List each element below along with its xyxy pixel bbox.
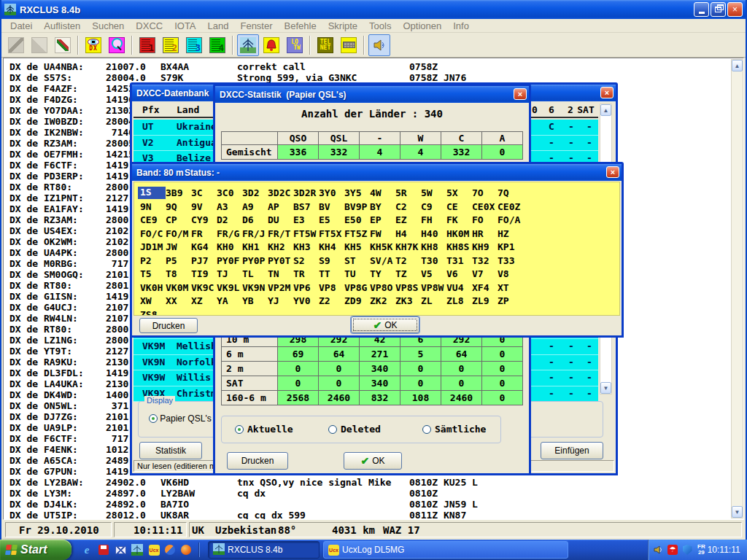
prefix-cell[interactable]: D6 [242,214,254,226]
prefix-cell[interactable]: EZ [395,214,407,226]
prefix-cell[interactable]: JW [166,241,177,253]
prefix-cell[interactable]: XF4 [472,282,489,294]
prefix-cell[interactable]: KH5 [344,241,361,253]
restore-button[interactable] [711,2,726,17]
prefix-cell[interactable]: V6 [446,268,458,280]
ie-quicklaunch-icon[interactable]: e [80,543,93,556]
security-shield-icon[interactable] [681,544,693,556]
prefix-cell[interactable]: PY0P [242,255,265,267]
prefix-cell[interactable]: 3D2R [293,187,316,199]
prefix-cell[interactable]: FW [370,228,382,240]
prefix-cell[interactable]: CE9 [140,214,157,226]
prefix-cell[interactable]: VP8W [421,282,444,294]
prefix-cell[interactable]: 9N [140,201,152,213]
prefix-cell[interactable]: H4 [395,228,407,240]
prefix-cell[interactable]: D2 [217,214,228,226]
prefix-cell[interactable]: ZL8 [446,295,463,307]
prefix-cell[interactable]: V7 [472,268,484,280]
prefix-cell[interactable]: KH1 [242,241,259,253]
prefix-cell[interactable]: T30 [421,255,438,267]
ucxlog-quicklaunch-icon[interactable]: Ucx [147,543,160,556]
prefix-cell[interactable]: BS7 [293,201,310,213]
prefix-cell[interactable]: AP [268,201,279,213]
einfuegen-button[interactable]: Einfügen [541,442,603,459]
dx-spot-row[interactable]: DX de UA4NBA:21007.0BX4AAcorrekt call075… [4,61,743,72]
keyboard-toolbar-button[interactable] [338,34,360,56]
prefix-cell[interactable]: 3B9 [166,187,182,199]
prefix-cell[interactable]: EP [370,214,382,226]
prefix-cell[interactable]: S2 [293,255,305,267]
prefix-cell[interactable]: 5X [446,187,458,199]
prefix-cell[interactable]: FK [446,214,458,226]
prefix-cell[interactable]: T31 [446,255,463,267]
prefix-cell[interactable]: 9Q [166,201,177,213]
main-scrollbar[interactable]: ▲ ▼ [731,59,743,518]
prefix-cell[interactable]: KG4 [191,241,208,253]
lotw-toolbar-button[interactable]: LOTW [284,34,306,56]
menu-item-fenster[interactable]: Fenster [234,20,278,31]
prefix-cell[interactable]: T8 [166,268,177,280]
prefix-cell[interactable]: A3 [217,201,228,213]
page3-toolbar-button[interactable]: 3 [183,34,205,56]
prefix-cell[interactable]: CE0Z [498,201,520,213]
firefox-quicklaunch-icon[interactable] [179,543,193,556]
prefix-cell[interactable]: T2 [395,255,407,267]
prefix-cell[interactable]: DU [268,214,279,226]
prefix-cell[interactable]: CE [446,201,458,213]
scroll-up-icon[interactable]: ▲ [600,104,611,116]
prefix-cell[interactable]: C9 [421,201,433,213]
prefix-cell[interactable]: VK0H [140,282,163,294]
scroll-up-icon[interactable]: ▲ [732,60,743,71]
menu-item-suchen[interactable]: Suchen [86,20,130,31]
band-ok-button[interactable]: ✔ OK [351,316,419,333]
prefix-cell[interactable]: Z2 [319,295,330,307]
alarm-bell-toolbar-button[interactable] [260,34,282,56]
prefix-cell[interactable]: VP2M [268,282,290,294]
prefix-cell[interactable]: KH4 [319,241,336,253]
prefix-cell[interactable]: FO [472,214,484,226]
prefix-cell[interactable]: FO/C [140,228,163,240]
prefix-cell[interactable]: TY [370,268,382,280]
prefix-cell[interactable]: FR/T [268,228,290,240]
prefix-cell[interactable]: 3C [191,187,203,199]
prefix-cell[interactable]: T33 [498,255,514,267]
prefix-cell[interactable]: TL [242,268,254,280]
radio-deleted[interactable]: Deleted [328,424,381,435]
prefix-cell[interactable]: VP8 [319,282,336,294]
start-button[interactable]: Start [0,540,71,560]
radio-aktuelle[interactable]: Aktuelle [235,424,293,435]
antivirus-icon[interactable]: ☂ [667,544,678,556]
prefix-cell[interactable]: YJ [268,295,279,307]
dx-watch-toolbar-button[interactable]: DX [82,34,104,56]
menu-item-skripte[interactable]: Skripte [322,20,363,31]
prefix-cell[interactable]: YA [217,295,228,307]
prefix-cell[interactable]: PY0T [268,255,290,267]
prefix-cell[interactable]: KP1 [498,241,514,253]
mail-quicklaunch-icon[interactable] [114,543,127,556]
prefix-cell[interactable]: E3 [293,214,305,226]
prefix-cell[interactable]: ZS8 [140,309,157,316]
prefix-cell[interactable]: V8 [498,268,509,280]
radio-sämtliche[interactable]: Sämtliche [422,424,486,435]
prefix-cell[interactable]: CE0X [472,201,495,213]
dx-spot-row[interactable]: DX de LY3M:24897.0LY2BAWcq dx0810Z [4,488,743,499]
prefix-cell[interactable]: P2 [140,255,152,267]
menu-item-datei[interactable]: Datei [4,20,38,31]
menu-item-befehle[interactable]: Befehle [279,20,322,31]
prefix-cell[interactable]: XT [498,282,509,294]
prefix-cell[interactable]: ZP [498,295,509,307]
prefix-cell[interactable]: A9 [242,201,254,213]
prefix-cell[interactable]: ST [344,255,356,267]
prefix-cell[interactable]: XZ [191,295,203,307]
prefix-cell[interactable]: VK9C [191,282,214,294]
prefix-cell[interactable]: FO/A [498,214,520,226]
close-button[interactable]: × [727,2,743,17]
menu-item-optionen[interactable]: Optionen [397,20,447,31]
brush-toolbar-button[interactable] [52,34,74,56]
prefix-cell[interactable]: H40 [421,228,438,240]
sound-toolbar-button[interactable] [368,34,390,56]
search-toolbar-button[interactable] [106,34,128,56]
band-dialog-close-button[interactable]: × [606,166,619,178]
prefix-cell[interactable]: KH2 [268,241,285,253]
prefix-cell[interactable]: 7O [472,187,484,199]
